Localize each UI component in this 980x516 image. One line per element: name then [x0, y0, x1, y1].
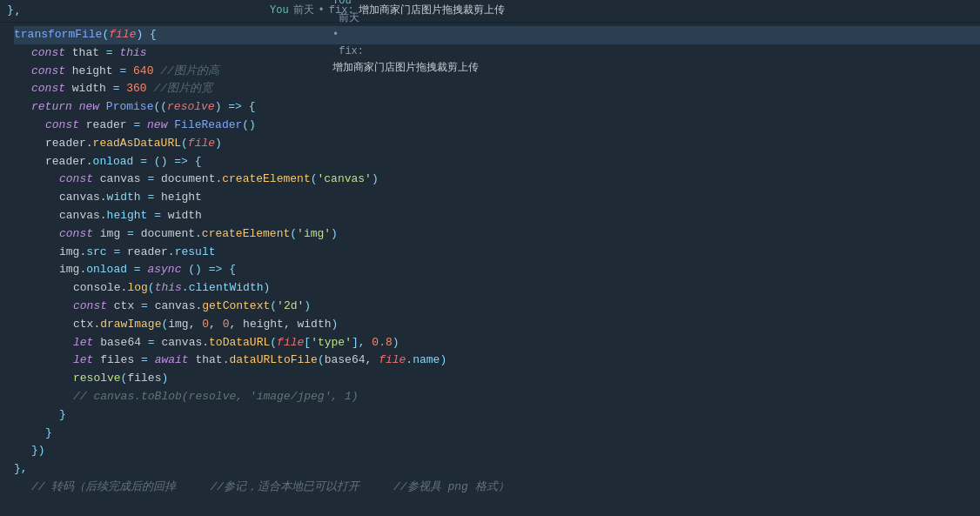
token: ,: [209, 316, 223, 334]
code-line: reader. readAsDataURL ( file ): [14, 135, 980, 153]
inline-time: 前天: [332, 23, 366, 24]
token: (: [311, 171, 318, 189]
token: that: [65, 44, 106, 63]
token: =: [133, 117, 140, 135]
token: height: [107, 207, 148, 225]
token: dataURLtoFile: [229, 352, 317, 370]
token: ): [393, 334, 399, 352]
code-line: const width = 360 //图片的宽: [14, 80, 980, 98]
token: ctx: [107, 298, 141, 316]
token: =: [148, 334, 155, 352]
token: [141, 189, 148, 207]
token: toDataURL: [209, 334, 270, 352]
token: ctx.: [73, 316, 100, 334]
token: clientWidth: [189, 279, 264, 298]
token: src: [86, 244, 106, 262]
token: name: [413, 352, 440, 370]
token: (: [290, 225, 297, 244]
inline-msg: 增加商家门店图片拖拽裁剪上传: [332, 62, 479, 74]
commit-inline: You 前天 • fix: 增加商家门店图片拖拽裁剪上传: [270, 23, 479, 94]
code-line: ctx. drawImage ( img, 0 , 0 , height, wi…: [14, 316, 980, 334]
code-line: // 转码（后续完成后的回掉 //参记，适合本地已可以打开 //参视具 png …: [14, 479, 980, 497]
token: new: [147, 117, 167, 135]
code-line: return new Promise (( resolve ) => {: [14, 98, 980, 117]
token: =: [113, 80, 120, 98]
code-line: }: [14, 406, 980, 425]
token: ): [215, 98, 229, 117]
code-content: transformFile(file) { You 前天 • fix: 增加商家…: [0, 23, 980, 516]
code-line: let files = await that. dataURLtoFile ( …: [14, 352, 980, 370]
token: height: [154, 189, 202, 207]
token: ): [215, 135, 222, 153]
token: =: [134, 261, 141, 279]
token: =: [140, 153, 147, 171]
token: 0: [223, 316, 230, 334]
code-line: reader. onload = () => {: [14, 153, 980, 171]
token: ): [161, 370, 168, 388]
token: =: [127, 225, 134, 244]
token: return: [31, 98, 72, 117]
token: [202, 261, 209, 279]
token: 0.8: [372, 334, 392, 352]
token: [141, 261, 148, 279]
token: [127, 261, 134, 279]
token: img,: [168, 316, 202, 334]
token: (): [154, 153, 168, 171]
token: onload: [93, 153, 134, 171]
token: width: [65, 80, 113, 98]
token: =: [147, 189, 154, 207]
token: that.: [189, 352, 230, 370]
token: 'type': [311, 334, 352, 352]
token: [72, 98, 79, 117]
token: ],: [352, 334, 372, 352]
token: 'canvas': [318, 171, 372, 189]
token: {: [188, 153, 202, 171]
inline-fix: fix:: [332, 45, 364, 57]
token: [167, 117, 174, 135]
token: .: [182, 279, 189, 298]
token: =: [119, 63, 126, 81]
token: img: [93, 225, 127, 244]
token: [126, 63, 133, 81]
token: [181, 261, 188, 279]
code-line: img. src = reader. result: [14, 244, 980, 262]
token: [140, 117, 147, 135]
token: [153, 63, 160, 81]
inline-dot: •: [332, 29, 339, 41]
token: (: [161, 316, 168, 334]
token: =: [154, 207, 161, 225]
token: (: [102, 26, 109, 44]
token: }: [59, 406, 66, 425]
token: reader.: [45, 135, 93, 153]
token: FileReader: [174, 117, 242, 135]
code-line: canvas. height = width: [14, 207, 980, 225]
token: ) {: [136, 26, 156, 44]
token: width: [161, 207, 202, 225]
token: =: [113, 244, 120, 262]
code-line: }: [14, 425, 980, 443]
token: const: [31, 80, 65, 98]
token: height: [65, 63, 119, 81]
token: Promise: [106, 98, 154, 117]
token: base64,: [325, 352, 379, 370]
token: this: [119, 44, 146, 63]
code-line: const img = document. createElement ( 'i…: [14, 225, 980, 244]
token: },: [14, 460, 28, 479]
token: , height, width: [230, 316, 332, 334]
code-line: transformFile(file) { You 前天 • fix: 增加商家…: [14, 26, 980, 44]
token: base64: [93, 334, 147, 352]
code-line: console. log ( this . clientWidth ): [14, 279, 980, 298]
token: files: [127, 370, 161, 388]
token: img.: [59, 261, 86, 279]
token: =: [106, 44, 113, 63]
token: (: [121, 370, 128, 388]
token: getContext: [202, 298, 270, 316]
token: }): [31, 442, 45, 460]
code-line: const reader = new FileReader (): [14, 117, 980, 135]
token: const: [73, 298, 107, 316]
token: const: [59, 225, 93, 244]
token: document.: [134, 225, 202, 244]
token: {: [242, 98, 256, 117]
token: resolve: [167, 98, 215, 117]
token: //图片的宽: [153, 80, 212, 98]
